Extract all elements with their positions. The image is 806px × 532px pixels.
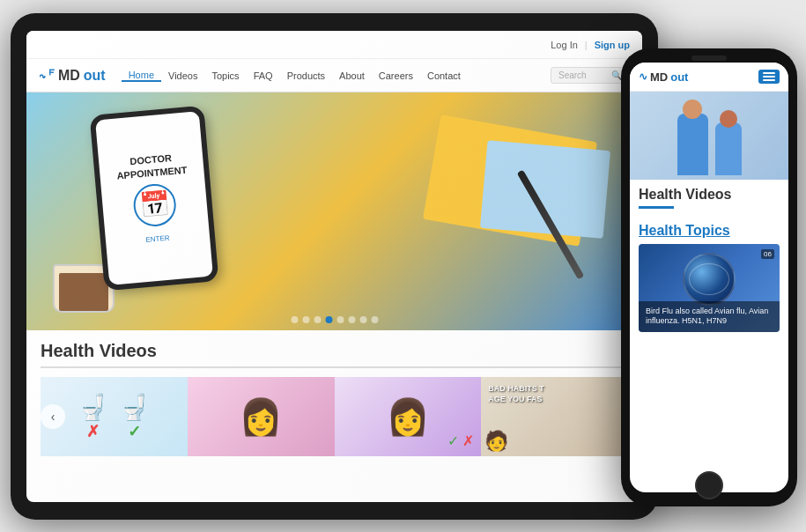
phone-logo-md: MD [650, 70, 668, 84]
hero-phone-mockup: DOCTORAPPOINTMENT 📅 ENTER [90, 106, 219, 292]
mdout-logo-icon: ∿ ꟳ [39, 69, 55, 83]
menu-line-3 [763, 79, 775, 81]
hero-coffee-liquid [59, 273, 108, 311]
scene: Log In | Sign up ∿ ꟳ MDout Home Videos T… [0, 0, 806, 532]
phone-device: ∿ MD out Health Videos [621, 48, 797, 506]
x-mark: ✗ [462, 433, 474, 448]
video-thumb-2[interactable]: 👩 [188, 377, 335, 456]
nav-careers[interactable]: Careers [372, 70, 420, 81]
phone-logo: ∿ MD out [639, 70, 688, 84]
good-icon: ✓ [119, 422, 150, 441]
phone-health-videos-divider [639, 206, 674, 209]
phone-logo-out: out [670, 70, 688, 84]
check-mark: ✓ [447, 433, 459, 448]
phone-logo-icon: ∿ [639, 70, 647, 83]
hero-dot-2[interactable] [302, 316, 309, 323]
tablet-hero: DOCTORAPPOINTMENT 📅 ENTER [26, 92, 642, 330]
video-thumb-3[interactable]: 👩 ✓ ✗ [335, 377, 482, 456]
phone-camera [691, 55, 727, 61]
nav-about[interactable]: About [332, 70, 372, 81]
nav-home[interactable]: Home [122, 70, 161, 82]
topbar-divider: | [585, 40, 588, 50]
tablet-videos-section: Health Videos ‹ 🚽 ✗ 🚽 ✓ [26, 330, 642, 462]
tablet-nav-links: Home Videos Topics FAQ Products About Ca… [122, 70, 551, 82]
tablet-navbar: ∿ ꟳ MDout Home Videos Topics FAQ Product… [26, 59, 642, 92]
phone-navbar: ∿ MD out [630, 63, 788, 92]
tablet-videos-row: ‹ 🚽 ✗ 🚽 ✓ [41, 377, 628, 456]
tablet-search[interactable]: Search 🔍 [551, 67, 630, 84]
signup-link[interactable]: Sign up [595, 40, 630, 50]
phone-health-videos-section: Health Videos [630, 180, 788, 223]
thumb-habits-icon: 🧑 [484, 430, 508, 453]
article-overlay: Bird Flu also called Avian flu, Avian in… [639, 301, 780, 332]
login-link[interactable]: Log In [551, 40, 578, 50]
phone-article-card[interactable]: 06 Bird Flu also called Avian flu, Avian… [639, 244, 780, 332]
menu-line-1 [763, 72, 775, 74]
hero-dot-8[interactable] [371, 316, 378, 323]
phone-nurses-illustration [677, 96, 742, 175]
nav-contact[interactable]: Contact [420, 70, 468, 81]
nav-faq[interactable]: FAQ [247, 70, 280, 81]
tablet-screen: Log In | Sign up ∿ ꟳ MDout Home Videos T… [26, 31, 642, 502]
bad-icon: ✗ [78, 422, 108, 441]
hero-dot-4[interactable] [325, 316, 332, 323]
toilet-icon-good: 🚽 [119, 393, 150, 422]
toilet-icon-bad: 🚽 [78, 393, 108, 422]
nurse-1 [677, 114, 708, 175]
toilet-good: 🚽 ✓ [119, 393, 150, 441]
thumb-checkx: ✓ ✗ [447, 432, 474, 449]
tablet-topbar: Log In | Sign up [26, 31, 642, 59]
phone-health-topics-section: Health Topics 06 Bird Flu also called Av… [630, 223, 788, 339]
logo-text: MD [58, 68, 80, 84]
thumb-habits-text: BAD HABITS TAGE YOU FAS [488, 384, 544, 404]
hero-slider-dots [291, 316, 378, 323]
nav-videos[interactable]: Videos [161, 70, 204, 81]
article-text: Bird Flu also called Avian flu, Avian in… [646, 307, 773, 327]
hero-dot-6[interactable] [348, 316, 355, 323]
phone-health-topics-title[interactable]: Health Topics [639, 223, 780, 239]
search-placeholder: Search [558, 70, 587, 80]
tablet-videos-title: Health Videos [41, 341, 628, 368]
hero-dot-3[interactable] [314, 316, 321, 323]
logo-out-text: out [84, 68, 106, 84]
hero-dot-1[interactable] [291, 316, 298, 323]
phone-health-videos-title: Health Videos [639, 187, 780, 203]
article-badge: 06 [761, 249, 774, 259]
phone-hero [630, 92, 788, 180]
nav-topics[interactable]: Topics [204, 70, 246, 81]
phone-menu-button[interactable] [758, 70, 780, 84]
menu-line-2 [763, 76, 775, 78]
globe-illustration [683, 253, 736, 306]
video-thumb-4[interactable]: BAD HABITS TAGE YOU FAS 🧑 [481, 377, 628, 456]
nav-products[interactable]: Products [280, 70, 332, 81]
toilet-bad: 🚽 ✗ [78, 393, 108, 441]
nurse-2 [715, 122, 742, 175]
hero-phone-enter: ENTER [145, 233, 170, 243]
hero-phone-calendar-icon: 📅 [132, 182, 178, 228]
hero-dot-7[interactable] [359, 316, 366, 323]
hero-dot-5[interactable] [336, 316, 344, 323]
tablet-logo: ∿ ꟳ MDout [39, 68, 106, 84]
tablet-device: Log In | Sign up ∿ ꟳ MDout Home Videos T… [11, 13, 658, 520]
video-nav-left[interactable]: ‹ [41, 404, 65, 429]
phone-screen: ∿ MD out Health Videos [630, 63, 788, 492]
thumb-face-2: 👩 [188, 377, 335, 456]
hero-phone-title: DOCTORAPPOINTMENT [115, 151, 188, 181]
phone-home-button[interactable] [695, 471, 723, 499]
